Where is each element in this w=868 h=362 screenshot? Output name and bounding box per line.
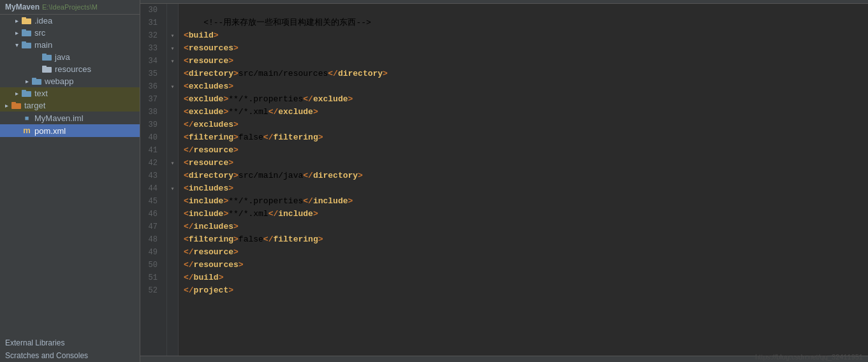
line-number-43: 43 <box>140 170 161 182</box>
line-number-33: 33 <box>140 42 161 55</box>
code-line-52: </project> <box>184 284 868 297</box>
tree-item-mymaven-iml[interactable]: ■ MyMaven.iml <box>0 112 140 124</box>
tree-item-webapp[interactable]: webapp <box>0 75 140 87</box>
editor-top-bar <box>140 0 868 4</box>
gutter-fold[interactable]: ▾ <box>170 185 174 192</box>
xml-file-icon: m <box>22 126 32 136</box>
line-number-32: 32 <box>140 29 161 42</box>
line-number-40: 40 <box>140 131 161 144</box>
sidebar-footer-external-libraries[interactable]: External Libraries <box>0 337 140 349</box>
line-number-48: 48 <box>140 233 161 246</box>
arrow-target <box>3 102 10 110</box>
gutter-fold[interactable]: ▾ <box>170 45 174 52</box>
svg-rect-6 <box>42 55 52 61</box>
line-number-45: 45 <box>140 195 161 208</box>
code-line-42: <resource> <box>184 157 868 170</box>
svg-rect-3 <box>22 29 26 31</box>
svg-rect-4 <box>22 43 31 48</box>
tree-item-idea[interactable]: .idea <box>0 15 140 27</box>
folder-icon-text <box>22 89 32 98</box>
folder-icon-src <box>22 29 32 37</box>
tree-label-webapp: webapp <box>45 76 74 86</box>
tree-item-target[interactable]: target <box>0 99 140 112</box>
line-number-38: 38 <box>140 106 161 119</box>
svg-rect-7 <box>42 54 47 55</box>
tree-label-main: main <box>34 40 52 50</box>
line-number-36: 36 <box>140 80 161 93</box>
folder-icon-java <box>42 53 52 61</box>
code-line-31: <!--用来存放一些和项目构建相关的东西--> <box>184 17 868 29</box>
line-number-37: 37 <box>140 93 161 106</box>
code-line-43: <directory>src/main/java</directory> <box>184 170 868 182</box>
line-number-42: 42 <box>140 157 161 170</box>
gutter-fold[interactable]: ▾ <box>170 83 174 90</box>
arrow-webapp <box>23 78 31 85</box>
code-line-46: <include>**/*.xml</include> <box>184 208 868 221</box>
code-line-51: </build> <box>184 272 868 284</box>
line-number-52: 52 <box>140 284 161 297</box>
tree-item-main[interactable]: main <box>0 39 140 51</box>
svg-rect-2 <box>22 31 31 36</box>
code-line-47: </includes> <box>184 221 868 233</box>
sidebar-header: MyMaven E:\IdeaProjects\M <box>0 0 140 15</box>
code-line-33: <resources> <box>184 42 868 55</box>
tree-item-java[interactable]: java <box>0 51 140 63</box>
gutter: ▾▾▾▾▾▾ <box>167 4 179 356</box>
folder-icon-idea <box>22 17 32 25</box>
sidebar-footer-scratches-consoles[interactable]: Scratches and Consoles <box>0 349 140 362</box>
code-area[interactable]: <!--用来存放一些和项目构建相关的东西--> <build> <resourc… <box>179 4 868 356</box>
svg-rect-11 <box>32 78 36 80</box>
code-line-36: <excludes> <box>184 80 868 93</box>
svg-rect-5 <box>22 41 26 43</box>
horizontal-scrollbar[interactable] <box>140 356 868 362</box>
svg-rect-13 <box>22 90 26 92</box>
tree-label-src: src <box>34 28 45 38</box>
code-line-44: <includes> <box>184 182 868 195</box>
arrow-src <box>13 29 20 37</box>
svg-rect-12 <box>22 91 31 97</box>
tree-label-text: text <box>34 89 48 98</box>
svg-rect-0 <box>22 18 31 24</box>
sidebar: MyMaven E:\IdeaProjects\M .idea src main… <box>0 0 140 362</box>
line-number-49: 49 <box>140 246 161 259</box>
code-line-48: <filtering>false</filtering> <box>184 233 868 246</box>
iml-file-icon: ■ <box>22 113 32 123</box>
line-number-51: 51 <box>140 272 161 284</box>
project-name: MyMaven <box>5 3 40 11</box>
tree-item-resources[interactable]: resources <box>0 63 140 75</box>
svg-rect-14 <box>11 103 21 109</box>
project-path: E:\IdeaProjects\M <box>42 3 98 11</box>
code-line-38: <exclude>**/*.xml</exclude> <box>184 106 868 119</box>
tree-label-target: target <box>24 101 45 110</box>
line-numbers: 3031323334353637383940414243444546474849… <box>140 4 167 356</box>
svg-rect-9 <box>42 66 47 68</box>
scroll-indicator <box>140 1 868 3</box>
tree-item-src[interactable]: src <box>0 27 140 39</box>
svg-rect-1 <box>22 17 26 19</box>
code-line-45: <include>**/*.properties</include> <box>184 195 868 208</box>
tree-label-idea: .idea <box>34 16 52 25</box>
code-line-50: </resources> <box>184 259 868 272</box>
gutter-fold[interactable]: ▾ <box>170 159 174 167</box>
code-line-34: <resource> <box>184 55 868 68</box>
line-number-46: 46 <box>140 208 161 221</box>
tree-item-text[interactable]: text <box>0 87 140 99</box>
code-line-39: </excludes> <box>184 119 868 131</box>
code-line-35: <directory>src/main/resources</directory… <box>184 68 868 80</box>
tree-label-resources: resources <box>55 64 91 74</box>
svg-rect-15 <box>11 102 16 104</box>
tree-item-pom-xml[interactable]: m pom.xml <box>0 124 140 137</box>
folder-icon-target <box>11 101 22 110</box>
line-number-35: 35 <box>140 68 161 80</box>
tree-label-mymaven-iml: MyMaven.iml <box>34 113 84 123</box>
gutter-fold[interactable]: ▾ <box>170 32 174 40</box>
editor-content: 3031323334353637383940414243444546474849… <box>140 4 868 356</box>
line-number-34: 34 <box>140 55 161 68</box>
code-line-40: <filtering>false</filtering> <box>184 131 868 144</box>
line-number-50: 50 <box>140 259 161 272</box>
gutter-fold[interactable]: ▾ <box>170 57 174 65</box>
code-line-49: </resource> <box>184 246 868 259</box>
folder-icon-webapp <box>32 77 42 85</box>
code-line-32: <build> <box>184 29 868 42</box>
tree-label-java: java <box>55 52 70 62</box>
